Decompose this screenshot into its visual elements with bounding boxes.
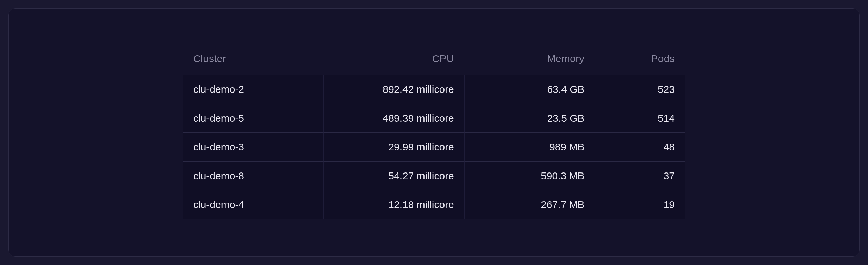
column-header-cpu[interactable]: CPU [323,46,464,75]
table-header-row: Cluster CPU Memory Pods [183,46,685,75]
table-row[interactable]: clu-demo-4 12.18 millicore 267.7 MB 19 [183,190,685,219]
cell-cpu: 12.18 millicore [323,190,464,219]
cell-memory: 63.4 GB [464,75,595,104]
cell-cluster: clu-demo-8 [183,161,323,190]
cell-memory: 590.3 MB [464,161,595,190]
table-row[interactable]: clu-demo-5 489.39 millicore 23.5 GB 514 [183,104,685,132]
cell-cluster: clu-demo-5 [183,104,323,132]
cell-pods: 37 [595,161,685,190]
cell-cluster: clu-demo-4 [183,190,323,219]
cell-cpu: 54.27 millicore [323,161,464,190]
cluster-table-wrapper: Cluster CPU Memory Pods clu-demo-2 892.4… [183,46,685,219]
cell-cpu: 29.99 millicore [323,132,464,161]
cell-pods: 48 [595,132,685,161]
column-header-cluster[interactable]: Cluster [183,46,323,75]
cell-pods: 514 [595,104,685,132]
column-header-memory[interactable]: Memory [464,46,595,75]
column-header-pods[interactable]: Pods [595,46,685,75]
cell-cpu: 892.42 millicore [323,75,464,104]
table-row[interactable]: clu-demo-8 54.27 millicore 590.3 MB 37 [183,161,685,190]
cluster-panel: Cluster CPU Memory Pods clu-demo-2 892.4… [8,8,860,257]
cell-memory: 23.5 GB [464,104,595,132]
cell-memory: 267.7 MB [464,190,595,219]
cell-cpu: 489.39 millicore [323,104,464,132]
cell-pods: 523 [595,75,685,104]
table-row[interactable]: clu-demo-3 29.99 millicore 989 MB 48 [183,132,685,161]
cell-pods: 19 [595,190,685,219]
cluster-table: Cluster CPU Memory Pods clu-demo-2 892.4… [183,46,685,219]
cell-cluster: clu-demo-3 [183,132,323,161]
cell-cluster: clu-demo-2 [183,75,323,104]
cell-memory: 989 MB [464,132,595,161]
table-row[interactable]: clu-demo-2 892.42 millicore 63.4 GB 523 [183,75,685,104]
